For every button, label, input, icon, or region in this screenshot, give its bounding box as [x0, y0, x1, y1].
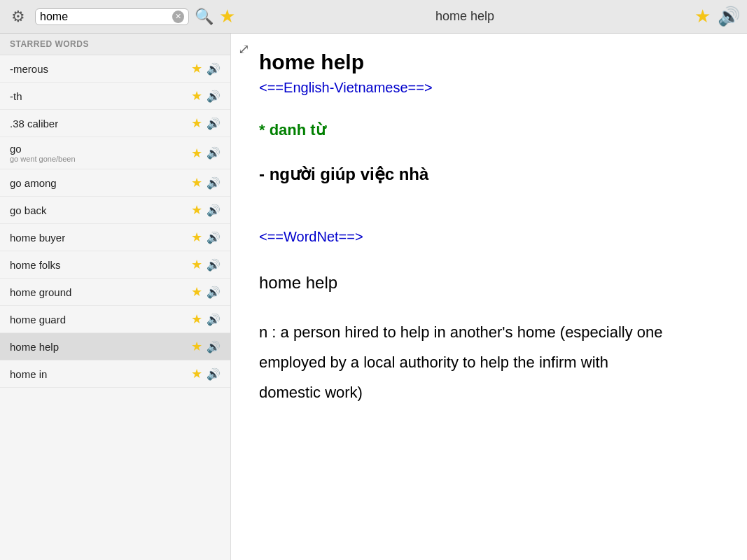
sidebar-list: -merous★🔊-th★🔊.38 caliber★🔊gogo went gon… [0, 55, 230, 388]
top-bar: ⚙ ✕ 🔍 ★ home help ★ 🔊 [0, 0, 747, 34]
sidebar-item-home-guard[interactable]: home guard★🔊 [0, 306, 230, 333]
sidebar-label-go: go [10, 143, 191, 155]
sidebar-item-home-ground[interactable]: home ground★🔊 [0, 279, 230, 306]
star-icon-caliber[interactable]: ★ [191, 115, 202, 131]
sidebar-label-home-guard: home guard [10, 314, 191, 326]
wordnet-def-1: n : a person hired to help in another's … [259, 321, 726, 344]
center-title: home help [241, 9, 689, 24]
sidebar-item-home-help[interactable]: home help★🔊 [0, 333, 230, 360]
sidebar-label-th: -th [10, 90, 191, 102]
sidebar-item-home-folks[interactable]: home folks★🔊 [0, 251, 230, 279]
sound-icon-home-guard[interactable]: 🔊 [207, 313, 221, 326]
star-icon-merous[interactable]: ★ [191, 61, 202, 76]
sidebar-item-caliber[interactable]: .38 caliber★🔊 [0, 110, 230, 137]
sidebar-label-home-folks: home folks [10, 259, 191, 271]
star-button-header[interactable]: ★ [219, 6, 235, 27]
main-layout: STARRED WORDS -merous★🔊-th★🔊.38 caliber★… [0, 34, 747, 560]
ev-header: <==English-Vietnamese==> [259, 80, 726, 96]
clear-button[interactable]: ✕ [172, 10, 184, 23]
star-icon-go-back[interactable]: ★ [191, 202, 202, 218]
sidebar-label-home-ground: home ground [10, 286, 191, 298]
definition: - người giúp việc nhà [259, 164, 726, 184]
sidebar-item-go-back[interactable]: go back★🔊 [0, 197, 230, 224]
clear-icon: ✕ [175, 12, 181, 21]
sound-icon-home-folks[interactable]: 🔊 [207, 258, 221, 272]
expand-button[interactable]: ⤢ [238, 41, 250, 57]
sidebar-item-th[interactable]: -th★🔊 [0, 83, 230, 110]
sound-icon-home-help[interactable]: 🔊 [207, 340, 221, 354]
expand-icon: ⤢ [238, 41, 250, 57]
wordnet-word: home help [259, 273, 726, 293]
sound-icon-top: 🔊 [718, 6, 740, 27]
gear-icon: ⚙ [11, 8, 25, 26]
sidebar-label-home-help: home help [10, 341, 191, 353]
wordnet-def-2: employed by a local authority to help th… [259, 351, 726, 374]
star-icon-home-buyer[interactable]: ★ [191, 230, 202, 245]
sidebar-label-home-in: home in [10, 368, 191, 380]
content-area: ⤢ home help <==English-Vietnamese==> * d… [231, 34, 747, 560]
star-icon-go-among[interactable]: ★ [191, 175, 202, 190]
top-right-actions: ★ 🔊 [694, 6, 740, 27]
sound-button-top[interactable]: 🔊 [718, 6, 740, 27]
sidebar-label-go-back: go back [10, 204, 191, 216]
sidebar-header: STARRED WORDS [0, 34, 230, 55]
sidebar-label-caliber: .38 caliber [10, 118, 191, 130]
content-title: home help [259, 50, 726, 74]
star-icon-home-folks[interactable]: ★ [191, 257, 202, 272]
sound-icon-th[interactable]: 🔊 [207, 90, 221, 103]
sidebar: STARRED WORDS -merous★🔊-th★🔊.38 caliber★… [0, 34, 231, 560]
sidebar-item-home-in[interactable]: home in★🔊 [0, 360, 230, 388]
search-icon: 🔍 [195, 8, 214, 26]
wordnet-header: <==WordNet==> [259, 229, 726, 245]
sidebar-item-merous[interactable]: -merous★🔊 [0, 55, 230, 83]
wordnet-def-3: domestic work) [259, 381, 726, 404]
sound-icon-home-ground[interactable]: 🔊 [207, 286, 221, 299]
sound-icon-merous[interactable]: 🔊 [207, 62, 221, 76]
star-icon-home-guard[interactable]: ★ [191, 312, 202, 327]
sound-icon-home-in[interactable]: 🔊 [207, 368, 221, 381]
sidebar-item-go[interactable]: gogo went gone/been★🔊 [0, 137, 230, 169]
star-icon-home-ground[interactable]: ★ [191, 284, 202, 300]
sidebar-item-home-buyer[interactable]: home buyer★🔊 [0, 224, 230, 251]
sound-icon-go[interactable]: 🔊 [207, 146, 221, 160]
star-icon-th[interactable]: ★ [191, 88, 202, 104]
sidebar-label-home-buyer: home buyer [10, 232, 191, 244]
sidebar-sub-go: go went gone/been [10, 155, 191, 163]
sound-icon-go-among[interactable]: 🔊 [207, 176, 221, 190]
sound-icon-caliber[interactable]: 🔊 [207, 117, 221, 130]
search-input[interactable] [40, 10, 172, 23]
search-button[interactable]: 🔍 [195, 8, 214, 26]
star-icon-home-in[interactable]: ★ [191, 366, 202, 382]
sidebar-label-go-among: go among [10, 177, 191, 189]
star-icon-go[interactable]: ★ [191, 146, 202, 161]
search-wrapper: ✕ [35, 8, 189, 25]
star-icon-home-help[interactable]: ★ [191, 339, 202, 354]
sidebar-label-merous: -merous [10, 63, 191, 75]
pos-label: * danh từ [259, 121, 726, 139]
sound-icon-go-back[interactable]: 🔊 [207, 204, 221, 217]
star-icon-header: ★ [219, 6, 235, 27]
gear-button[interactable]: ⚙ [7, 6, 29, 28]
star-icon-right: ★ [694, 6, 711, 27]
sound-icon-home-buyer[interactable]: 🔊 [207, 231, 221, 244]
star-button-right[interactable]: ★ [694, 6, 711, 27]
sidebar-item-go-among[interactable]: go among★🔊 [0, 169, 230, 197]
